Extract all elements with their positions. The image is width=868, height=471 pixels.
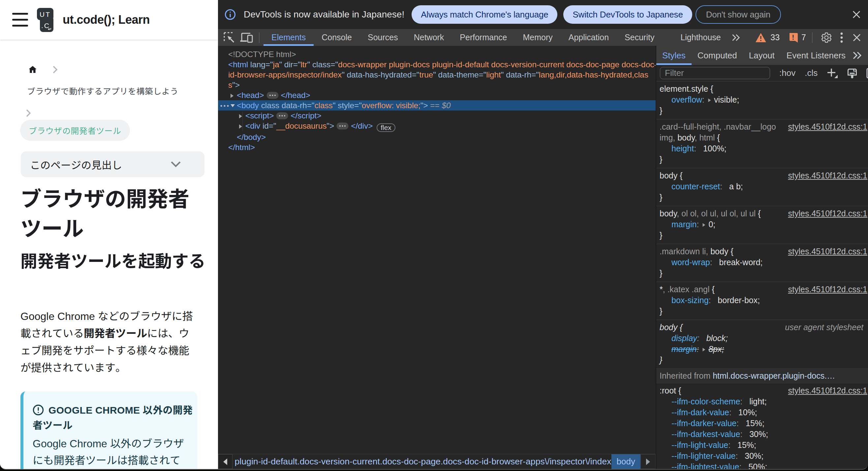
css-declaration[interactable]: --ifm-darker-value: 15%; — [659, 418, 868, 429]
crumb-scroll-left-button[interactable] — [218, 454, 232, 469]
breadcrumb-current[interactable]: ブラウザの開発者ツール — [20, 120, 130, 141]
css-declaration[interactable]: --ifm-dark-value: 10%; — [659, 407, 868, 418]
tab-lighthouse[interactable]: Lighthouse — [673, 29, 728, 46]
dom-tree-row[interactable]: s"> — [218, 80, 656, 90]
css-declaration[interactable]: --ifm-lightest-value: 50%; — [659, 462, 868, 469]
tree-segment — [248, 60, 250, 69]
tab-security[interactable]: Security — [617, 29, 662, 46]
tab-elements[interactable]: Elements — [264, 29, 314, 46]
dom-tree-row[interactable]: <head></head> — [218, 90, 656, 100]
css-declaration[interactable]: --ifm-light-value: 15%; — [659, 440, 868, 450]
tree-segment: data-theme=" — [438, 70, 487, 79]
device-toolbar-icon[interactable] — [238, 29, 255, 46]
css-declaration[interactable]: margin:8px; — [659, 344, 868, 354]
inspect-element-icon[interactable] — [221, 29, 238, 46]
always-match-language-button[interactable]: Always match Chrome's language — [411, 5, 557, 24]
dom-tree-row[interactable]: <html lang="ja" dir="ltr" class="docs-wr… — [218, 59, 656, 70]
tab-sources[interactable]: Sources — [360, 29, 406, 46]
pseudo-state-toggle[interactable]: :hov — [779, 68, 796, 78]
rule-selector[interactable]: img, body, html { — [659, 132, 868, 143]
flex-badge[interactable]: flex — [377, 123, 395, 132]
dom-tree-row[interactable]: <body class data-rh="class" style="overf… — [218, 100, 656, 111]
tab-layout[interactable]: Layout — [743, 46, 781, 65]
css-declaration[interactable]: --ifm-color-scheme: light; — [659, 396, 868, 407]
toggle-sidebar-icon[interactable] — [866, 68, 868, 79]
rule-selector[interactable]: element.style { — [659, 84, 868, 94]
stylesheet-link[interactable]: styles.4510f12d.css:1 — [788, 170, 867, 181]
stylesheet-link[interactable]: styles.4510f12d.css:1 — [788, 121, 867, 132]
tree-segment: data-rh=" — [282, 101, 315, 110]
dom-tree-row[interactable]: <script></script> — [218, 111, 656, 121]
style-rule: user agent stylesheetbody {display: bloc… — [656, 320, 868, 369]
dom-tree-row[interactable]: </html> — [218, 142, 656, 152]
issue-count[interactable]: 7 — [801, 33, 806, 42]
expand-ellipsis-button[interactable] — [267, 92, 279, 99]
css-declaration[interactable]: margin:0; — [659, 219, 868, 230]
tab-performance[interactable]: Performance — [452, 29, 515, 46]
switch-devtools-japanese-button[interactable]: Switch DevTools to Japanese — [563, 5, 692, 24]
css-declaration[interactable]: height: 100%; — [659, 143, 868, 154]
dom-tree-row[interactable]: <div id="__docusaurus"></div>flex — [218, 121, 656, 132]
class-toggle[interactable]: .cls — [805, 68, 817, 78]
dom-tree-row[interactable]: id-browser-apps/inspector/index" data-ha… — [218, 70, 656, 80]
crumb-path[interactable]: plugin-id-default.docs-version-current.d… — [232, 454, 612, 469]
kebab-menu-icon[interactable] — [835, 29, 848, 46]
infobar-close-icon[interactable] — [851, 9, 861, 20]
logo-text-top: UT — [39, 10, 51, 18]
issues-icon[interactable] — [788, 33, 798, 42]
tree-segment: </script> — [290, 111, 321, 120]
site-title[interactable]: ut.code(); Learn — [63, 13, 150, 27]
css-declaration[interactable]: --ifm-lighter-value: 30%; — [659, 450, 868, 462]
expand-value-icon[interactable] — [699, 220, 708, 229]
stylesheet-link[interactable]: styles.4510f12d.css:1 — [788, 385, 867, 396]
tab-console[interactable]: Console — [314, 29, 360, 46]
tab-application[interactable]: Application — [561, 29, 617, 46]
styles-filter-input[interactable] — [660, 67, 770, 79]
warning-count[interactable]: 33 — [770, 33, 780, 42]
tab-event-listeners[interactable]: Event Listeners — [781, 46, 851, 65]
menu-icon[interactable] — [12, 12, 28, 27]
dom-tree-row[interactable]: </body> — [218, 132, 656, 142]
crumb-scroll-right-button[interactable] — [641, 454, 656, 469]
more-tabs-icon[interactable] — [731, 34, 741, 41]
tree-segment: true — [419, 70, 433, 79]
tree-segment: " — [307, 60, 310, 69]
site-logo[interactable]: UT .C — [37, 8, 54, 32]
expand-value-icon[interactable] — [705, 95, 714, 104]
css-declaration[interactable]: counter-reset: a b; — [659, 181, 868, 192]
new-style-rule-icon[interactable] — [826, 67, 838, 79]
collapse-arrow-icon[interactable] — [230, 103, 236, 108]
settings-gear-icon[interactable] — [818, 29, 835, 46]
home-icon[interactable] — [28, 65, 37, 74]
stylesheet-link[interactable]: styles.4510f12d.css:1 — [788, 246, 867, 257]
node-options-dots-icon[interactable] — [220, 104, 229, 107]
css-declaration[interactable]: --ifm-darkest-value: 30%; — [659, 429, 868, 440]
tree-segment — [279, 101, 282, 110]
devtools-close-icon[interactable] — [848, 29, 865, 46]
tab-styles[interactable]: Styles — [656, 46, 691, 65]
expand-value-icon[interactable] — [699, 344, 708, 353]
more-tabs-icon[interactable] — [851, 52, 863, 59]
inherited-node-link[interactable]: html.docs-wrapper.plugin-docs.… — [713, 371, 835, 380]
toc-collapsible[interactable]: このページの見出し — [21, 151, 205, 177]
dont-show-again-button[interactable]: Don't show again — [695, 5, 781, 24]
tree-segment: ja — [273, 60, 279, 69]
breadcrumb-section[interactable]: ブラウザで動作するアプリを構築しよう — [27, 85, 178, 97]
stylesheet-link[interactable]: styles.4510f12d.css:1 — [788, 284, 867, 295]
tab-computed[interactable]: Computed — [691, 46, 743, 65]
expand-ellipsis-button[interactable] — [276, 112, 288, 119]
css-declaration[interactable]: display: block; — [659, 333, 868, 344]
rendering-brush-icon[interactable] — [846, 68, 858, 79]
stylesheet-link[interactable]: styles.4510f12d.css:1 — [788, 208, 867, 219]
crumb-selected-body[interactable]: body — [612, 454, 641, 469]
expand-arrow-icon[interactable] — [230, 93, 234, 99]
css-declaration[interactable]: box-sizing: border-box; — [659, 295, 868, 306]
tab-network[interactable]: Network — [406, 29, 452, 46]
css-declaration[interactable]: word-wrap: break-word; — [659, 257, 868, 268]
css-declaration[interactable]: overflow:visible; — [659, 94, 868, 105]
expand-ellipsis-button[interactable] — [336, 122, 349, 129]
warning-icon[interactable] — [755, 33, 767, 42]
tab-memory[interactable]: Memory — [515, 29, 560, 46]
dom-tree-row[interactable]: <!DOCTYPE html> — [218, 49, 656, 59]
tree-segment: light — [486, 70, 501, 79]
